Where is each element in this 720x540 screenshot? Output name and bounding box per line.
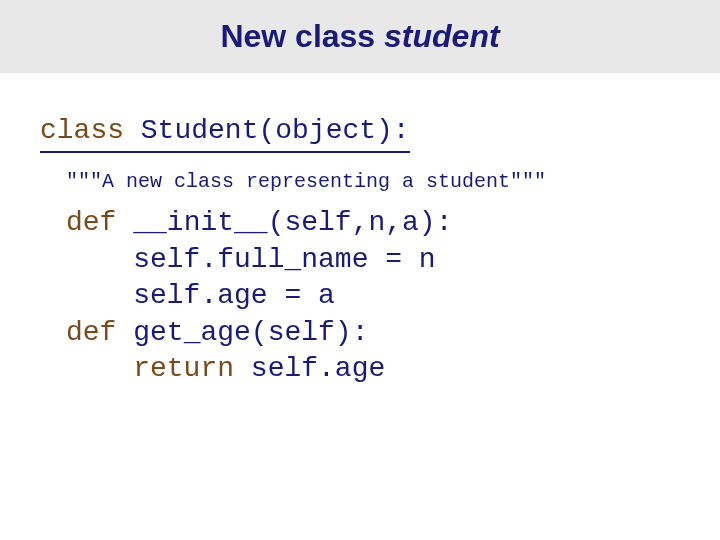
def-keyword-1: def [66, 207, 116, 238]
return-keyword: return [66, 353, 234, 384]
init-signature: __init__(self,n,a): [116, 207, 452, 238]
return-rest: self.age [234, 353, 385, 384]
code-area: class Student(object): """A new class re… [0, 73, 720, 387]
code-line-fullname: self.full_name = n [66, 244, 436, 275]
title-italic: student [384, 18, 500, 54]
class-rest: Student(object): [124, 115, 410, 146]
code-line-age: self.age = a [66, 280, 335, 311]
slide-title: New class student [0, 18, 720, 55]
code-body: def __init__(self,n,a): self.full_name =… [66, 205, 680, 387]
docstring: """A new class representing a student""" [66, 169, 680, 195]
class-keyword: class [40, 115, 124, 146]
class-declaration: class Student(object): [40, 113, 410, 153]
title-bar: New class student [0, 0, 720, 73]
title-prefix: New class [220, 18, 384, 54]
def-keyword-2: def [66, 317, 116, 348]
getage-signature: get_age(self): [116, 317, 368, 348]
